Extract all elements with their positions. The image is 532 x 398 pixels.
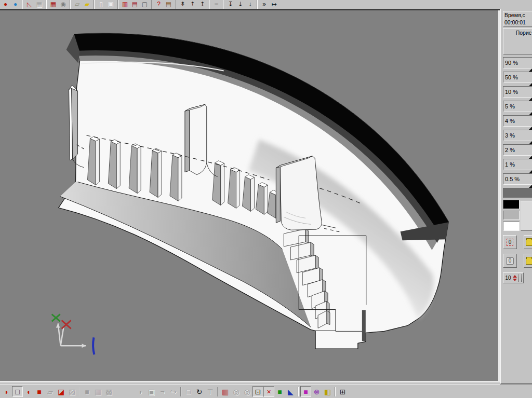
- view-solid-red-button[interactable]: ■: [34, 386, 45, 397]
- view-lens-2-button: ◎: [242, 386, 252, 397]
- spinner-track-icon: [518, 275, 522, 282]
- view-frame-icon: ▣: [148, 388, 155, 395]
- porosity-threshold-field-10[interactable]: 10 %: [503, 86, 532, 98]
- view-window-results-button[interactable]: ▥: [220, 386, 231, 397]
- tool-run-fast-icon: »: [262, 1, 266, 7]
- tool-step-first-icon: ↟: [180, 1, 185, 7]
- view-cube-outline-button: □: [183, 386, 194, 397]
- toolbar-separator: [22, 0, 23, 9]
- tool-step-down-icon: ↧: [228, 1, 233, 7]
- view-adjust-button: ⊤: [205, 386, 216, 397]
- tool-manual-icon: ▤: [166, 1, 171, 7]
- threshold-label: 0.5 %: [505, 176, 520, 182]
- tool-mesh-button[interactable]: ▦: [48, 0, 58, 9]
- tool-results-bars-button[interactable]: ▥: [120, 0, 130, 9]
- tool-results-map-button[interactable]: ▤: [130, 0, 140, 9]
- porosity-threshold-field-50[interactable]: 50 %: [503, 72, 532, 83]
- view-cube-two-tone-button[interactable]: ◧: [322, 386, 333, 397]
- tool-folder-gray-icon: ▱: [75, 1, 79, 7]
- spinner-arrows-icon[interactable]: [513, 275, 517, 281]
- view-wedge-icon: ◗: [138, 388, 142, 395]
- coordinate-triad: [52, 314, 95, 355]
- threshold-label: 2 %: [505, 147, 515, 153]
- tool-frames-button[interactable]: ┄: [211, 0, 221, 9]
- tool-clipboard-button[interactable]: ▣: [106, 0, 116, 9]
- porosity-threshold-field-90[interactable]: 90 %: [503, 57, 532, 68]
- tool-step-last-button[interactable]: ↓: [245, 0, 255, 9]
- porosity-threshold-field-3[interactable]: 3 %: [503, 130, 532, 141]
- toolbar-separator: [94, 0, 95, 9]
- tool-folder-gray-button[interactable]: ▱: [72, 0, 82, 9]
- view-fit-button[interactable]: ⊞: [337, 386, 348, 397]
- x-axis-marker: [62, 320, 71, 328]
- tool-help-button[interactable]: ?: [154, 0, 164, 9]
- view-gear-ball-button[interactable]: ⊛: [311, 386, 322, 397]
- tool-folder-open-button[interactable]: ▰: [82, 0, 92, 9]
- time-value: 00:00:01: [504, 19, 532, 26]
- view-half-red-button[interactable]: ◖: [23, 386, 34, 397]
- load-result-button-1[interactable]: [524, 235, 532, 249]
- toolbar-separator: [223, 0, 224, 9]
- porosity-threshold-field-1[interactable]: 1 %: [503, 159, 532, 170]
- tool-run-fast-button[interactable]: »: [259, 0, 269, 9]
- tool-material-sphere-button[interactable]: ●: [10, 0, 20, 9]
- tool-manual-button[interactable]: ▤: [164, 0, 174, 9]
- view-new-region-button[interactable]: ⊡: [252, 386, 263, 397]
- view-window-results-icon: ▥: [222, 388, 229, 395]
- threshold-label: 4 %: [505, 118, 515, 124]
- tool-step-forward-button[interactable]: ⇣: [235, 0, 245, 9]
- view-flag-button[interactable]: ◣: [285, 386, 296, 397]
- tool-balls-button[interactable]: ◉: [58, 0, 68, 9]
- 3d-viewport[interactable]: [0, 10, 498, 381]
- swatch-black[interactable]: [503, 200, 520, 209]
- view-cut-cube-icon: ◪: [58, 388, 64, 395]
- tool-fill-button[interactable]: ●: [1, 0, 10, 9]
- step-value: 10: [505, 275, 511, 281]
- view-flag-icon: ◣: [288, 388, 294, 395]
- view-lens-2-icon: ◎: [244, 388, 250, 395]
- tool-import-geometry-button[interactable]: ◺: [24, 0, 34, 9]
- view-wireframe-cube-button[interactable]: □: [12, 386, 23, 397]
- porosity-threshold-field-2[interactable]: 2 %: [503, 144, 532, 156]
- tool-run-to-end-button[interactable]: ↦: [269, 0, 279, 9]
- porosity-threshold-field-05[interactable]: 0.5 %: [503, 173, 532, 185]
- view-turn-button: ↪: [168, 386, 179, 397]
- reset-zero-button[interactable]: 0: [503, 235, 517, 249]
- tool-monitor-button[interactable]: ▢: [140, 0, 150, 9]
- step-spinner[interactable]: 10: [503, 272, 524, 283]
- porosity-threshold-field-4[interactable]: 4 %: [503, 115, 532, 127]
- tool-step-back-button[interactable]: ⇡: [188, 0, 197, 9]
- tool-folder-open-icon: ▰: [85, 1, 89, 7]
- zero-state-button[interactable]: 0: [503, 254, 517, 268]
- porosity-threshold-field-5[interactable]: 5 %: [503, 101, 532, 112]
- tool-results-bars-icon: ▥: [122, 1, 128, 7]
- view-cut-cube-button[interactable]: ◪: [56, 386, 66, 397]
- view-plate-icon: ▱: [47, 388, 53, 395]
- view-model-red-button[interactable]: ◗: [1, 386, 12, 397]
- top-toolbar: ●●◺▦▦◉▱▰▯▣▥▤▢?▤↟⇡↥┄↧⇣↓»↦: [0, 0, 532, 9]
- axis-arrowhead-up: [56, 323, 60, 327]
- tool-step-first-button[interactable]: ↟: [178, 0, 188, 9]
- tool-import-geometry-icon: ◺: [27, 1, 32, 7]
- view-cube-magenta-button[interactable]: ■: [300, 386, 311, 397]
- view-turn-icon: ↪: [170, 388, 177, 395]
- toolbar-separator: [70, 0, 71, 9]
- swatch-lightgray[interactable]: [503, 211, 520, 220]
- view-check-cancel-button[interactable]: ×: [263, 386, 274, 397]
- tool-step-down-button[interactable]: ↧: [225, 0, 235, 9]
- swatch-gray-full[interactable]: [503, 188, 532, 198]
- tool-step-up-button[interactable]: ↥: [197, 0, 207, 9]
- toolbar-separator: [335, 387, 336, 396]
- viewport-area[interactable]: [0, 10, 500, 382]
- load-result-button-2[interactable]: [524, 254, 532, 268]
- view-plate-button: ▱: [45, 386, 56, 397]
- view-cube-green-button[interactable]: ■: [274, 386, 285, 397]
- tool-new-doc-button[interactable]: ▯: [96, 0, 106, 9]
- view-rotate-button[interactable]: ↻: [194, 386, 205, 397]
- view-mesh-button: ▦: [92, 386, 103, 397]
- swatch-white[interactable]: [503, 222, 520, 231]
- reset-zero-icon: 0: [507, 239, 514, 246]
- toolbar-separator: [257, 0, 258, 9]
- open-folder-icon: [526, 240, 532, 246]
- threshold-label: 90 %: [505, 60, 518, 66]
